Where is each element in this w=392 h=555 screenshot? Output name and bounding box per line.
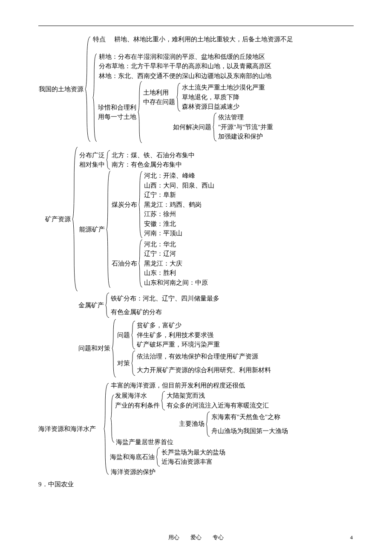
fishery-item: 舟山渔场为我国第一大渔场 <box>210 426 288 436</box>
bracket-icon <box>161 390 166 411</box>
bracket-icon <box>92 52 98 144</box>
bracket-icon <box>131 350 136 376</box>
metal-item: 铁矿分布：河北、辽宁、四川储量最多 <box>110 294 219 304</box>
bracket-icon <box>131 320 136 350</box>
coal-item: 山西：大同、阳泉、西山 <box>143 181 214 191</box>
horizontal-rule <box>38 26 354 26</box>
bracket-icon <box>72 146 79 292</box>
land-dist-0: 耕地：分布在半湿润和湿润的平原、盆地和低缓的丘陵地区 <box>98 52 274 62</box>
oil-item: 黑龙江：大庆 <box>143 259 208 269</box>
metal-item: 有色金属矿的分布 <box>110 307 219 317</box>
issue-label: 问题 <box>117 320 131 350</box>
bracket-icon <box>212 112 217 142</box>
ocean-resources-tree: 海洋资源和海洋水产 丰富的海洋资源，但目前开发利用的程度还很低 发展海洋水产业的… <box>38 381 354 477</box>
use-item: 水土流失严重土地沙漠化严重 <box>181 83 265 92</box>
dist-item: 北方：煤、铁、石油分布集中 <box>111 150 195 160</box>
bracket-icon <box>205 411 210 437</box>
bracket-icon <box>103 381 110 477</box>
bracket-icon <box>137 81 143 144</box>
page-number: 4 <box>350 533 353 542</box>
fishery-item <box>210 422 288 426</box>
bracket-icon <box>176 82 181 112</box>
use-label: 土地利用中存在问题 <box>143 82 176 112</box>
bracket-icon <box>138 171 143 239</box>
oil-item: 辽宁：辽河 <box>143 249 208 259</box>
bracket-icon <box>106 170 112 289</box>
dev-item: 大陆架宽而浅 <box>166 391 269 401</box>
solve-item: 加强建设和保护 <box>217 132 274 142</box>
coal-item: 河南：平顶山 <box>143 228 214 238</box>
policy-label: 对策 <box>117 350 131 376</box>
bracket-icon <box>138 239 143 288</box>
coal-item: 江苏：徐州 <box>143 209 214 219</box>
dev-item: 有众多的河流注入近海有寒暖流交汇 <box>166 401 269 410</box>
salt-top: 海盐产量居世界首位 <box>115 437 288 447</box>
issue-item: 矿产破坏严重，环境污染严重 <box>136 340 220 350</box>
page-footer: 用心 爱心 专心 4 <box>0 533 392 542</box>
metal-item <box>110 303 219 307</box>
land-feature: 特点 耕地、林地比重小，难利用的土地比重较大，后备土地资源不足 <box>92 35 293 44</box>
conserve-label: 珍惜和合理利用每一寸土地 <box>98 81 137 144</box>
footer-text: 用心 爱心 专心 <box>0 533 392 542</box>
issue-item: 贫矿多，富矿少 <box>136 321 220 330</box>
fishery-label: 主要渔场 <box>179 411 205 437</box>
bracket-icon <box>106 150 111 170</box>
issue-item: 伴生矿多，利用技术要求强 <box>136 330 220 340</box>
solve-item: "开源"与"节流"并重 <box>217 122 274 132</box>
salt-item: 近海石油资源丰富 <box>161 457 225 467</box>
coal-item: 黑龙江：鸡西、鹤岗 <box>143 200 214 210</box>
ocean-rich: 丰富的海洋资源，但目前开发利用的程度还很低 <box>110 381 288 390</box>
oil-item: 河北：华北 <box>143 240 208 249</box>
policy-item <box>136 361 271 365</box>
salt-item: 长芦盐场为最大的盐场 <box>161 448 225 457</box>
coal-item: 安徽：淮北 <box>143 219 214 229</box>
use-item: 森林资源日益减速少 <box>181 102 265 112</box>
oil-item: 山东和河南之间：中原 <box>143 278 208 288</box>
coal-item: 辽宁：阜新 <box>143 190 214 200</box>
bracket-icon <box>110 390 115 447</box>
dist-label: 分布广泛相对集中 <box>79 150 106 170</box>
policy-item: 大力开展矿产资源的综合利用研究、利用新材料 <box>136 365 271 375</box>
land-root-label: 我国的土地资源 <box>38 35 84 144</box>
energy-label: 能源矿产 <box>79 170 106 289</box>
dev-label: 发展海洋水产业的有利条件 <box>115 390 161 411</box>
ocean-root-label: 海洋资源和海洋水产 <box>38 381 103 477</box>
dist-item: 南方：有色金属分布集中 <box>111 160 195 170</box>
mineral-resources-tree: 矿产资源 分布广泛相对集中 北方：煤、铁、石油分布集中 南方：有色金属分布集中 … <box>38 146 354 378</box>
salt-label: 海盐和海底石油 <box>110 447 156 467</box>
feature-text: 耕地、林地比重小，难利用的土地比重较大，后备土地资源不足 <box>114 35 293 44</box>
feature-label: 特点 <box>93 35 106 44</box>
land-dist-1: 分布草地：北方干旱和半干旱的高原和山地，以及青藏高原区 <box>98 61 274 71</box>
coal-item: 河北：开滦、峰峰 <box>143 171 214 181</box>
use-item: 草地退化，草质下降 <box>181 92 265 102</box>
bracket-icon <box>105 292 110 318</box>
ocean-protect: 海洋资源的保护 <box>110 467 288 477</box>
policy-item: 依法治理，有效地保护和合理使用矿产资源 <box>136 352 271 361</box>
solve-label: 如何解决问题 <box>173 112 212 142</box>
metal-label: 金属矿产 <box>78 292 105 318</box>
oil-label: 石油分布 <box>112 239 138 288</box>
mineral-root-label: 矿产资源 <box>38 146 72 292</box>
fishery-item: 东海素有"天然鱼仓"之称 <box>210 412 288 422</box>
land-dist-2: 林地：东北、西南交通不便的深山和边疆地以及东南部的山地 <box>98 71 274 81</box>
section-9-heading: 9．中国农业 <box>38 480 354 489</box>
solve-item: 依法管理 <box>217 113 274 122</box>
issue-root-label: 问题和对策 <box>78 318 111 378</box>
bracket-icon <box>84 35 92 144</box>
bracket-icon <box>111 318 117 378</box>
bracket-icon <box>156 447 161 467</box>
coal-label: 煤炭分布 <box>112 171 138 239</box>
land-resources-tree: 我国的土地资源 特点 耕地、林地比重小，难利用的土地比重较大，后备土地资源不足 … <box>38 35 354 144</box>
oil-item: 山东：胜利 <box>143 268 208 278</box>
